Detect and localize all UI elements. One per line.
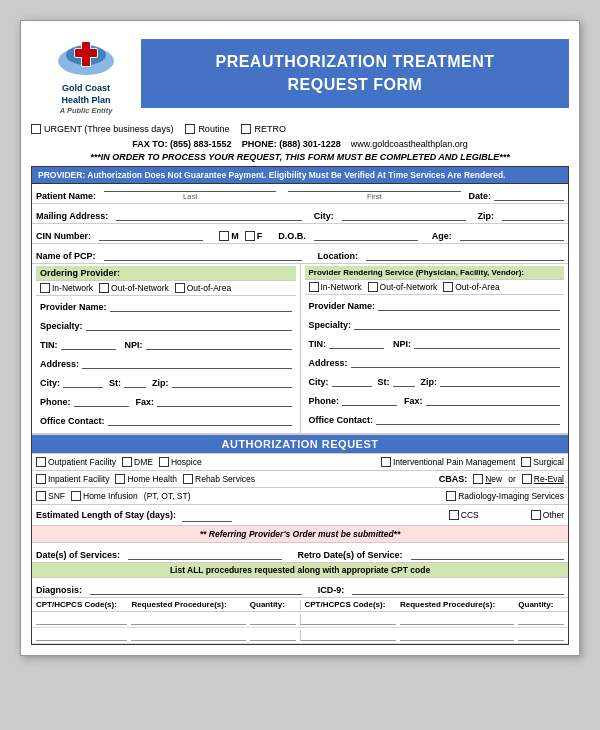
ordering-zip-input[interactable]: [172, 374, 292, 388]
qty-1a[interactable]: [250, 614, 296, 625]
dates-input[interactable]: [128, 546, 281, 560]
ordering-provider-name-input[interactable]: [110, 298, 292, 312]
dates-row: Date(s) of Services: Retro Date(s) of Se…: [32, 543, 568, 563]
rendering-provider-name-input[interactable]: [378, 297, 560, 311]
home-infusion[interactable]: Home Infusion: [71, 491, 138, 501]
ordering-contact-input[interactable]: [108, 412, 292, 426]
ordering-city-input[interactable]: [63, 374, 103, 388]
req-proc-1b[interactable]: [400, 614, 514, 625]
surgical-option[interactable]: Surgical: [521, 457, 564, 467]
rendering-contact-row: Office Contact:: [305, 409, 565, 427]
ordering-phone-row: Phone: Fax:: [36, 391, 296, 407]
req-proc-1a[interactable]: [131, 614, 245, 625]
qty-2b[interactable]: [518, 630, 564, 641]
inpatient-facility[interactable]: Inpatient Facility: [36, 474, 109, 484]
retro-dates-input[interactable]: [411, 546, 564, 560]
rendering-tin-npi-row: TIN: NPI:: [305, 333, 565, 349]
radiology-imaging[interactable]: Radiology-Imaging Services: [446, 491, 564, 501]
f-checkbox[interactable]: [245, 231, 255, 241]
ccs-option[interactable]: CCS: [449, 510, 479, 520]
ordering-out-of-network[interactable]: Out-of-Network: [99, 283, 169, 293]
provider-columns: Ordering Provider: In-Network Out-of-Net…: [32, 264, 568, 434]
ordering-specialty-input[interactable]: [86, 317, 292, 331]
estimated-stay-input[interactable]: [182, 508, 232, 522]
ordering-tin-input[interactable]: [61, 336, 116, 350]
routine-option[interactable]: Routine: [185, 124, 229, 134]
ordering-provider-header: Ordering Provider:: [36, 266, 296, 281]
rendering-fax-input[interactable]: [426, 392, 560, 406]
req-proc-2b[interactable]: [400, 630, 514, 641]
m-checkbox[interactable]: [219, 231, 229, 241]
location-input[interactable]: [366, 247, 564, 261]
diagnosis-row: Diagnosis: ICD-9:: [32, 578, 568, 598]
ordering-address-input[interactable]: [82, 355, 291, 369]
interventional-pain[interactable]: Interventional Pain Management: [381, 457, 515, 467]
ordering-in-network[interactable]: In-Network: [40, 283, 93, 293]
rendering-phone-row: Phone: Fax:: [305, 390, 565, 406]
ordering-npi-input[interactable]: [146, 336, 292, 350]
cin-row: CIN Number: M F D.O.B. Age:: [32, 224, 568, 244]
rendering-npi-input[interactable]: [414, 335, 560, 349]
rendering-city-row: City: St: Zip:: [305, 371, 565, 387]
rendering-contact-input[interactable]: [376, 411, 560, 425]
urgent-checkbox[interactable]: [31, 124, 41, 134]
diagnosis-input[interactable]: [90, 581, 302, 595]
home-health[interactable]: Home Health: [115, 474, 177, 484]
rendering-provider-col: Provider Rendering Service (Physician, F…: [301, 264, 569, 433]
rendering-address-input[interactable]: [351, 354, 560, 368]
header: Gold Coast Health Plan A Public Entity P…: [31, 31, 569, 116]
address-input[interactable]: [116, 207, 302, 221]
auth-checkboxes-row3: SNF Home Infusion (PT, OT, ST) Radiology…: [32, 488, 568, 505]
retro-checkbox[interactable]: [241, 124, 251, 134]
age-input[interactable]: [460, 227, 564, 241]
hospice-option[interactable]: Hospice: [159, 457, 202, 467]
rendering-in-network[interactable]: In-Network: [309, 282, 362, 292]
zip-input[interactable]: [502, 207, 564, 221]
ordering-st-input[interactable]: [124, 374, 146, 388]
outpatient-facility[interactable]: Outpatient Facility: [36, 457, 116, 467]
rendering-out-of-network[interactable]: Out-of-Network: [368, 282, 438, 292]
cpt-row-1: [32, 612, 568, 628]
rendering-out-of-area[interactable]: Out-of-Area: [443, 282, 499, 292]
fax-row: FAX TO: (855) 883-1552 PHONE: (888) 301-…: [31, 139, 569, 149]
other-option[interactable]: Other: [531, 510, 564, 520]
date-input[interactable]: [494, 187, 564, 201]
rendering-tin-input[interactable]: [329, 335, 384, 349]
logo-box: Gold Coast Health Plan A Public Entity: [31, 31, 141, 116]
cpt-code-2b[interactable]: [300, 630, 396, 641]
cin-input[interactable]: [99, 227, 203, 241]
rendering-city-input[interactable]: [332, 373, 372, 387]
routine-checkbox[interactable]: [185, 124, 195, 134]
rendering-zip-input[interactable]: [440, 373, 560, 387]
city-input[interactable]: [342, 207, 466, 221]
icd9-input[interactable]: [352, 581, 564, 595]
ordering-city-row: City: St: Zip:: [36, 372, 296, 388]
form-body: Patient Name: Last First Date: Mailing A…: [31, 183, 569, 645]
ordering-out-of-area[interactable]: Out-of-Area: [175, 283, 231, 293]
rehab-services[interactable]: Rehab Services: [183, 474, 255, 484]
cpt-code-1b[interactable]: [300, 614, 396, 625]
cbas-re-eval[interactable]: Re-Eval: [522, 474, 564, 484]
dme-option[interactable]: DME: [122, 457, 153, 467]
cpt-code-2a[interactable]: [36, 630, 127, 641]
snf-option[interactable]: SNF: [36, 491, 65, 501]
cpt-code-1a[interactable]: [36, 614, 127, 625]
list-note: List ALL procedures requested along with…: [32, 563, 568, 578]
qty-1b[interactable]: [518, 614, 564, 625]
qty-2a[interactable]: [250, 630, 296, 641]
req-proc-2a[interactable]: [131, 630, 245, 641]
dob-input[interactable]: [314, 227, 418, 241]
ordering-fax-input[interactable]: [157, 393, 291, 407]
cpt-row-2: [32, 628, 568, 644]
urgent-option[interactable]: URGENT (Three business days): [31, 124, 173, 134]
ordering-phone-input[interactable]: [74, 393, 129, 407]
retro-option[interactable]: RETRO: [241, 124, 286, 134]
rendering-specialty-input[interactable]: [354, 316, 560, 330]
pcp-input[interactable]: [104, 247, 302, 261]
rendering-phone-input[interactable]: [342, 392, 397, 406]
auth-checkboxes-row2: Inpatient Facility Home Health Rehab Ser…: [32, 471, 568, 488]
patient-name-row: Patient Name: Last First Date:: [32, 184, 568, 204]
logo-graphic: [54, 31, 119, 81]
rendering-st-input[interactable]: [393, 373, 415, 387]
cbas-new[interactable]: New: [473, 474, 502, 484]
